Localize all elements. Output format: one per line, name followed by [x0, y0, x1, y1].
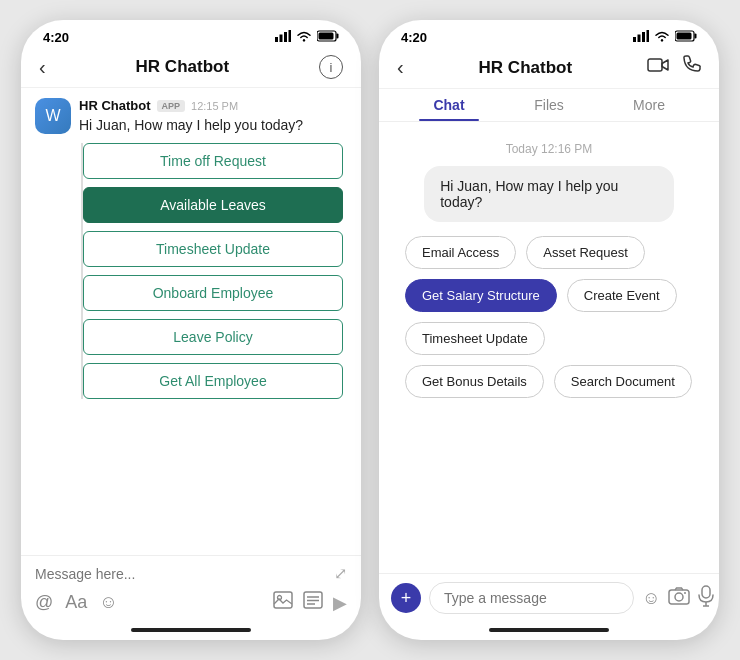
battery-icon-1 — [317, 30, 339, 45]
svg-point-18 — [661, 39, 663, 41]
msg-input-row-1: ⤢ — [35, 564, 347, 583]
input-area-2: + ☺ — [379, 573, 719, 622]
svg-rect-1 — [280, 35, 283, 43]
btn-time-off[interactable]: Time off Request — [83, 143, 343, 179]
chat-header-1: ‹ HR Chatbot i — [21, 49, 361, 88]
home-bar-2 — [489, 628, 609, 632]
pill-search-document[interactable]: Search Document — [554, 365, 692, 398]
pill-asset-request[interactable]: Asset Request — [526, 236, 645, 269]
avatar-letter: W — [45, 107, 60, 125]
send-button-1[interactable]: ▶ — [333, 592, 347, 614]
p2-right-icons: ☺ — [642, 585, 714, 612]
bot-message-row: W HR Chatbot APP 12:15 PM Hi Juan, How m… — [35, 98, 347, 399]
status-bar-1: 4:20 — [21, 20, 361, 49]
time-2: 4:20 — [401, 30, 427, 45]
back-button-1[interactable]: ‹ — [39, 56, 46, 79]
signal-icon-1 — [275, 30, 291, 45]
time-1: 4:20 — [43, 30, 69, 45]
pill-email-access[interactable]: Email Access — [405, 236, 516, 269]
mic-icon[interactable] — [698, 585, 714, 612]
status-bar-2: 4:20 — [379, 20, 719, 49]
header-title-1: HR Chatbot — [136, 57, 229, 77]
status-icons-2 — [633, 30, 697, 45]
svg-rect-2 — [284, 32, 287, 42]
app-badge-1: APP — [157, 100, 186, 112]
plus-button[interactable]: + — [391, 583, 421, 613]
chat-header-2: ‹ HR Chatbot — [379, 49, 719, 89]
bot-content-1: HR Chatbot APP 12:15 PM Hi Juan, How may… — [79, 98, 347, 399]
pill-create-event[interactable]: Create Event — [567, 279, 677, 312]
pills-grid: Email Access Asset Request Get Salary St… — [393, 236, 705, 398]
svg-point-25 — [684, 592, 686, 594]
svg-rect-16 — [642, 32, 645, 42]
pill-get-bonus-details[interactable]: Get Bonus Details — [405, 365, 544, 398]
bot-time-1: 12:15 PM — [191, 100, 238, 112]
at-icon[interactable]: @ — [35, 592, 53, 613]
info-icon-1: i — [330, 60, 333, 75]
input-actions-1: @ Aa ☺ — [35, 591, 347, 614]
svg-rect-15 — [638, 35, 641, 43]
home-bar-1 — [131, 628, 251, 632]
tab-more[interactable]: More — [599, 89, 699, 121]
chat-area-2: Today 12:16 PM Hi Juan, How may I help y… — [379, 122, 719, 573]
input-right-icons-1: ▶ — [273, 591, 347, 614]
svg-rect-8 — [274, 592, 292, 608]
tab-chat[interactable]: Chat — [399, 89, 499, 121]
btn-get-all-employee[interactable]: Get All Employee — [83, 363, 343, 399]
header-title-2: HR Chatbot — [479, 58, 572, 78]
quick-buttons-1: Time off Request Available Leaves Timesh… — [81, 143, 347, 399]
info-button-1[interactable]: i — [319, 55, 343, 79]
back-button-2[interactable]: ‹ — [397, 56, 404, 79]
input-left-icons-1: @ Aa ☺ — [35, 592, 118, 613]
pill-get-salary-structure[interactable]: Get Salary Structure — [405, 279, 557, 312]
btn-leave-policy[interactable]: Leave Policy — [83, 319, 343, 355]
bot-name-1: HR Chatbot — [79, 98, 151, 113]
expand-icon-1[interactable]: ⤢ — [334, 564, 347, 583]
svg-point-24 — [675, 593, 683, 601]
svg-rect-20 — [695, 34, 697, 39]
wifi-icon-2 — [654, 30, 670, 45]
phone-1: 4:20 — [21, 20, 361, 640]
input-area-1: ⤢ @ Aa ☺ — [21, 555, 361, 622]
svg-rect-3 — [289, 30, 292, 42]
chat-area-1: W HR Chatbot APP 12:15 PM Hi Juan, How m… — [21, 88, 361, 555]
battery-icon-2 — [675, 30, 697, 45]
btn-available-leaves[interactable]: Available Leaves — [83, 187, 343, 223]
svg-point-4 — [303, 39, 305, 41]
image-icon-1[interactable] — [273, 591, 293, 614]
emoji-icon-1[interactable]: ☺ — [99, 592, 117, 613]
svg-rect-0 — [275, 37, 278, 42]
camera-icon[interactable] — [668, 587, 690, 610]
message-input-2[interactable] — [429, 582, 634, 614]
svg-rect-7 — [319, 33, 334, 40]
phone-2: 4:20 — [379, 20, 719, 640]
bot-name-row: HR Chatbot APP 12:15 PM — [79, 98, 347, 113]
svg-rect-23 — [669, 590, 689, 604]
signal-icon-2 — [633, 30, 649, 45]
date-separator: Today 12:16 PM — [393, 142, 705, 156]
tabs-row: Chat Files More — [379, 89, 719, 122]
svg-rect-14 — [633, 37, 636, 42]
list-icon-1[interactable] — [303, 591, 323, 614]
svg-rect-21 — [677, 33, 692, 40]
wifi-icon-1 — [296, 30, 312, 45]
status-icons-1 — [275, 30, 339, 45]
plus-icon: + — [401, 588, 412, 609]
message-input-1[interactable] — [35, 566, 328, 582]
svg-rect-17 — [647, 30, 650, 42]
emoji-icon-2[interactable]: ☺ — [642, 588, 660, 609]
svg-rect-26 — [702, 586, 710, 598]
btn-timesheet-update[interactable]: Timesheet Update — [83, 231, 343, 267]
btn-onboard-employee[interactable]: Onboard Employee — [83, 275, 343, 311]
svg-rect-22 — [648, 59, 662, 71]
bot-greeting-2: Hi Juan, How may I help you today? — [424, 166, 674, 222]
call-icon[interactable] — [681, 55, 701, 80]
header-icons-2 — [647, 55, 701, 80]
svg-rect-6 — [337, 34, 339, 39]
video-icon[interactable] — [647, 57, 669, 78]
bot-avatar-1: W — [35, 98, 71, 134]
tab-files[interactable]: Files — [499, 89, 599, 121]
pill-timesheet-update[interactable]: Timesheet Update — [405, 322, 545, 355]
bot-greeting-1: Hi Juan, How may I help you today? — [79, 117, 347, 133]
aa-icon[interactable]: Aa — [65, 592, 87, 613]
